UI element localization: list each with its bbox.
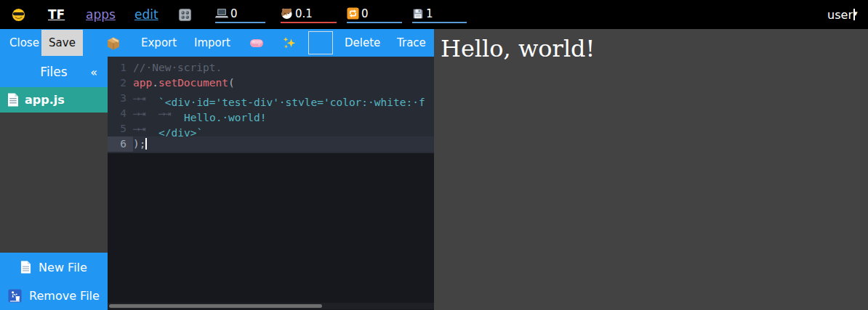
stat-value: 0 — [230, 7, 238, 20]
stat-reloads[interactable]: 0 — [347, 5, 402, 23]
line-number: 2 — [108, 76, 133, 91]
nav-link-apps[interactable]: apps — [86, 0, 116, 29]
laptop-icon — [215, 8, 228, 19]
hamster-icon — [281, 7, 293, 20]
code-line[interactable]: 5⟶⇥</div>` — [108, 121, 434, 136]
code-text: ⟶⇥⟶⇥Hello,·world! — [133, 106, 434, 121]
stat-value: 1 — [426, 7, 433, 20]
text-cursor — [145, 138, 147, 150]
code-text: ⟶⇥</div>` — [133, 121, 434, 136]
chevron-down-icon: ▾ — [853, 9, 855, 20]
stat-saves[interactable]: 1 — [412, 5, 467, 23]
trace-button[interactable]: Trace — [397, 29, 426, 57]
nav-link-edit[interactable]: edit — [134, 0, 158, 29]
control-knobs-icon[interactable] — [178, 0, 192, 29]
blank-button[interactable] — [308, 31, 333, 54]
code-line[interactable]: 3⟶⇥`<div·id='test-div'·style='color:·whi… — [108, 91, 434, 106]
new-file-icon — [20, 261, 31, 274]
line-number: 4 — [108, 106, 133, 121]
top-bar: TF apps edit 0 — [0, 0, 868, 29]
editor-toolbar: Close Save Export Import Delete Trace — [0, 29, 434, 57]
new-file-button[interactable]: New File — [0, 258, 108, 277]
files-sidebar: Files « app.js — [0, 57, 108, 310]
stat-hamster[interactable]: 0.1 — [281, 5, 337, 23]
new-file-label: New File — [39, 261, 87, 274]
preview-heading: Hello, world! — [441, 35, 595, 62]
code-text: //·New·script. — [133, 60, 434, 76]
delete-button[interactable]: Delete — [345, 29, 380, 57]
smiley-sunglasses-icon[interactable] — [12, 0, 25, 29]
line-number: 1 — [108, 60, 133, 76]
sidebar-actions: New File Remove File — [0, 253, 108, 310]
files-header: Files « — [0, 57, 108, 87]
code-text: ⟶⇥`<div·id='test-div'·style='color:·whit… — [133, 91, 434, 106]
stat-value: 0 — [361, 7, 369, 20]
code-lines: 1//·New·script.2app.setDocument(3⟶⇥`<div… — [108, 57, 434, 153]
code-line[interactable]: 6); — [108, 136, 434, 152]
code-line[interactable]: 1//·New·script. — [108, 60, 434, 76]
line-number: 6 — [108, 136, 133, 152]
close-button[interactable]: Close — [9, 29, 39, 57]
repeat-icon — [347, 7, 359, 20]
line-number: 5 — [108, 121, 133, 136]
export-button[interactable]: Export — [141, 29, 177, 57]
user-menu[interactable]: user▾ — [827, 0, 855, 29]
import-button[interactable]: Import — [194, 29, 230, 57]
sidebar-empty-area — [0, 113, 108, 253]
stat-windows[interactable]: 0 — [215, 5, 265, 23]
remove-file-button[interactable]: Remove File — [0, 286, 108, 305]
nav-link-tf[interactable]: TF — [48, 0, 65, 29]
soap-icon[interactable] — [249, 29, 264, 57]
code-text: app.setDocument( — [133, 76, 434, 91]
code-line[interactable]: 4⟶⇥⟶⇥Hello,·world! — [108, 106, 434, 121]
code-editor[interactable]: 1//·New·script.2app.setDocument(3⟶⇥`<div… — [108, 57, 434, 310]
save-button[interactable]: Save — [41, 30, 83, 56]
file-name: app.js — [25, 93, 65, 107]
preview-pane: Hello, world! — [434, 29, 868, 310]
document-icon — [7, 93, 19, 107]
user-menu-label: user — [827, 8, 853, 22]
horizontal-scrollbar-thumb[interactable] — [109, 304, 322, 308]
file-list-item[interactable]: app.js — [0, 87, 108, 113]
stat-value: 0.1 — [295, 7, 313, 20]
line-number: 3 — [108, 91, 133, 106]
litter-bin-icon — [8, 289, 22, 303]
code-line[interactable]: 2app.setDocument( — [108, 76, 434, 91]
remove-file-label: Remove File — [29, 289, 100, 303]
floppy-icon — [412, 8, 424, 20]
code-text: ); — [133, 136, 434, 152]
collapse-sidebar-button[interactable]: « — [90, 57, 97, 87]
package-icon[interactable] — [106, 29, 121, 57]
sparkles-icon[interactable] — [282, 29, 297, 57]
files-title: Files — [40, 65, 67, 79]
